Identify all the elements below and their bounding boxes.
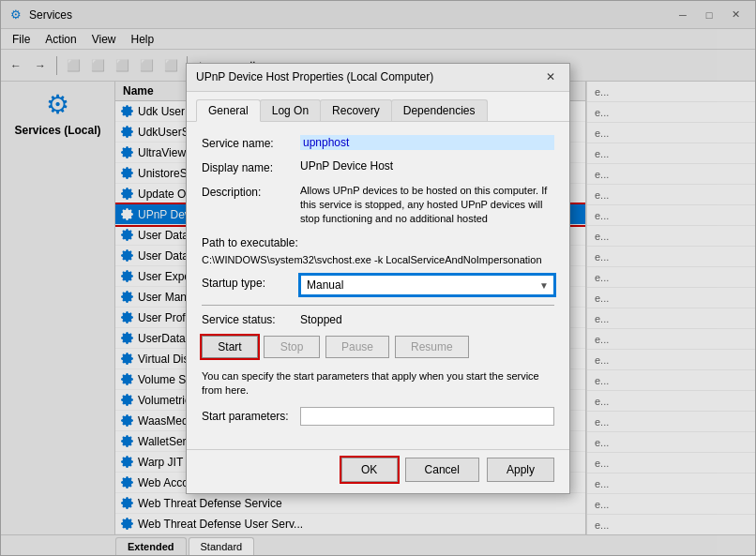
ok-button[interactable]: OK [341, 458, 398, 482]
service-status-label: Service status: [202, 313, 300, 326]
properties-dialog: UPnP Device Host Properties (Local Compu… [186, 63, 570, 494]
description-label: Description: [202, 184, 300, 199]
dialog-title-bar: UPnP Device Host Properties (Local Compu… [187, 64, 569, 92]
startup-type-select-wrapper: Automatic Automatic (Delayed Start) Manu… [300, 275, 554, 295]
start-button[interactable]: Start [202, 336, 258, 358]
startup-type-select[interactable]: Automatic Automatic (Delayed Start) Manu… [300, 275, 554, 295]
cancel-button[interactable]: Cancel [405, 458, 479, 482]
resume-button[interactable]: Resume [395, 336, 469, 358]
path-section: Path to executable: C:\WINDOWS\system32\… [202, 236, 554, 265]
dialog-footer: OK Cancel Apply [187, 449, 569, 493]
path-value: C:\WINDOWS\system32\svchost.exe -k Local… [202, 254, 554, 265]
display-name-label: Display name: [202, 159, 300, 174]
startup-type-row: Startup type: Automatic Automatic (Delay… [202, 275, 554, 295]
service-name-label: Service name: [202, 135, 300, 150]
display-name-row: Display name: UPnP Device Host [202, 159, 554, 174]
separator [202, 305, 554, 306]
params-row: Start parameters: [202, 407, 554, 426]
service-status-row: Service status: Stopped [202, 313, 554, 326]
dialog-tabs: General Log On Recovery Dependencies [187, 92, 569, 122]
main-window: ⚙ Services ─ □ ✕ File Action View Help ←… [0, 0, 756, 556]
dialog-overlay: UPnP Device Host Properties (Local Compu… [1, 1, 755, 555]
dialog-tab-dependencies[interactable]: Dependencies [391, 99, 488, 122]
params-label: Start parameters: [202, 410, 300, 423]
apply-button[interactable]: Apply [487, 458, 554, 482]
dialog-title: UPnP Device Host Properties (Local Compu… [196, 70, 541, 83]
stop-button[interactable]: Stop [264, 336, 320, 358]
dialog-close-button[interactable]: ✕ [541, 68, 560, 85]
display-name-value: UPnP Device Host [300, 159, 554, 173]
help-text: You can specify the start parameters tha… [202, 369, 554, 398]
dialog-tab-logon[interactable]: Log On [260, 99, 321, 122]
pause-button[interactable]: Pause [325, 336, 389, 358]
description-value: Allows UPnP devices to be hosted on this… [300, 184, 554, 227]
description-row: Description: Allows UPnP devices to be h… [202, 184, 554, 227]
startup-type-label: Startup type: [202, 275, 300, 290]
action-buttons: Start Stop Pause Resume [202, 336, 554, 358]
dialog-tab-general[interactable]: General [196, 99, 261, 122]
service-name-row: Service name: upnphost [202, 135, 554, 150]
service-name-value: upnphost [300, 135, 554, 150]
path-label: Path to executable: [202, 236, 554, 249]
dialog-content: Service name: upnphost Display name: UPn… [187, 121, 569, 449]
service-status-value: Stopped [300, 313, 342, 326]
dialog-tab-recovery[interactable]: Recovery [320, 99, 392, 122]
params-input[interactable] [300, 407, 554, 426]
